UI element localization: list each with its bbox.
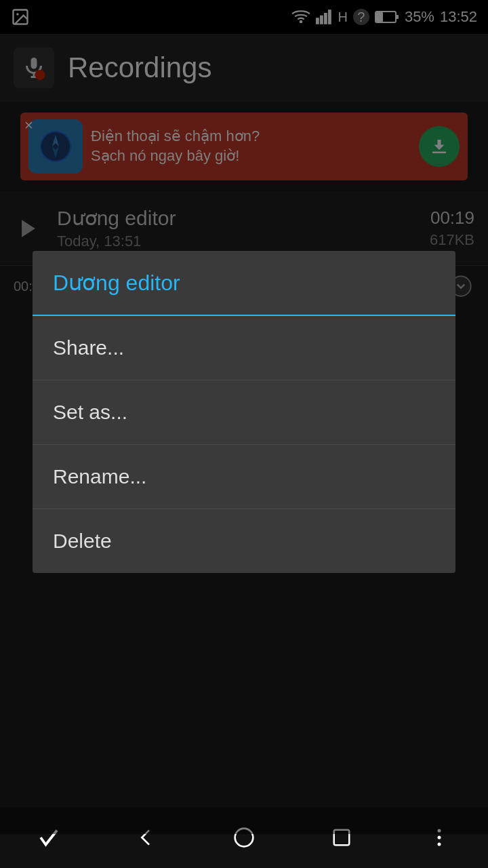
context-menu: Dương editor Share... Set as... Rename..… — [33, 251, 455, 573]
menu-item-share[interactable]: Share... — [33, 316, 455, 380]
menu-item-delete[interactable]: Delete — [33, 509, 455, 573]
menu-item-rename[interactable]: Rename... — [33, 445, 455, 509]
svg-point-21 — [438, 836, 441, 840]
svg-point-22 — [438, 843, 441, 846]
menu-title: Dương editor — [33, 251, 455, 316]
menu-item-set-as[interactable]: Set as... — [33, 380, 455, 445]
